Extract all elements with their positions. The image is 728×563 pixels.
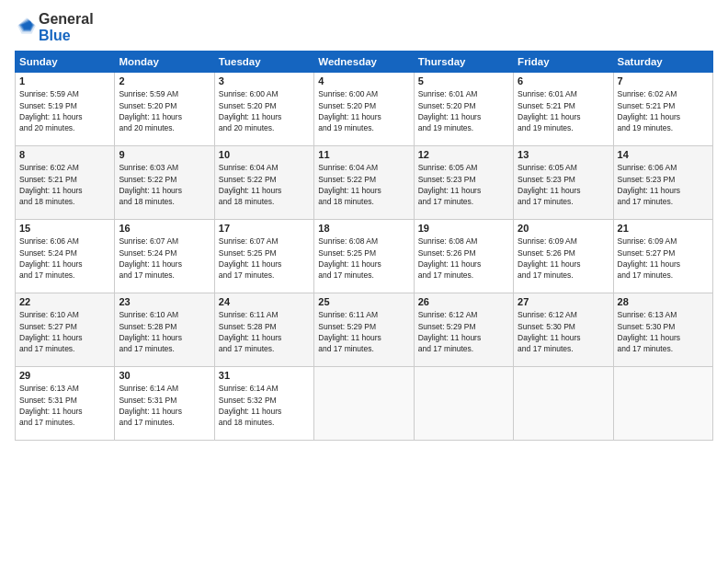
col-thursday: Thursday	[414, 52, 513, 73]
day-cell: 22Sunrise: 6:10 AM Sunset: 5:27 PM Dayli…	[16, 293, 115, 367]
day-info: Sunrise: 6:01 AM Sunset: 5:20 PM Dayligh…	[418, 88, 509, 133]
day-number: 22	[19, 296, 110, 307]
day-info: Sunrise: 6:04 AM Sunset: 5:22 PM Dayligh…	[219, 162, 310, 207]
header-row: Sunday Monday Tuesday Wednesday Thursday…	[16, 52, 713, 73]
day-number: 30	[119, 370, 210, 381]
day-cell: 7Sunrise: 6:02 AM Sunset: 5:21 PM Daylig…	[613, 73, 712, 146]
week-row-4: 22Sunrise: 6:10 AM Sunset: 5:27 PM Dayli…	[16, 293, 713, 367]
day-cell: 17Sunrise: 6:07 AM Sunset: 5:25 PM Dayli…	[214, 220, 313, 293]
day-cell: 13Sunrise: 6:05 AM Sunset: 5:23 PM Dayli…	[514, 146, 613, 220]
day-number: 19	[418, 223, 509, 234]
day-info: Sunrise: 6:02 AM Sunset: 5:21 PM Dayligh…	[618, 88, 709, 133]
day-cell: 14Sunrise: 6:06 AM Sunset: 5:23 PM Dayli…	[613, 146, 712, 220]
day-info: Sunrise: 6:00 AM Sunset: 5:20 PM Dayligh…	[318, 88, 409, 133]
calendar-table: Sunday Monday Tuesday Wednesday Thursday…	[15, 51, 713, 441]
day-info: Sunrise: 6:00 AM Sunset: 5:20 PM Dayligh…	[219, 88, 310, 133]
week-row-3: 15Sunrise: 6:06 AM Sunset: 5:24 PM Dayli…	[16, 220, 713, 293]
day-info: Sunrise: 6:07 AM Sunset: 5:24 PM Dayligh…	[119, 236, 210, 281]
logo-blue-text: Blue	[39, 28, 94, 44]
day-number: 7	[618, 75, 709, 86]
day-number: 11	[318, 149, 409, 160]
col-saturday: Saturday	[613, 52, 712, 73]
day-number: 27	[518, 296, 609, 307]
logo: General Blue	[15, 11, 94, 43]
day-cell: 3Sunrise: 6:00 AM Sunset: 5:20 PM Daylig…	[214, 73, 313, 146]
day-number: 31	[219, 370, 310, 381]
day-cell: 9Sunrise: 6:03 AM Sunset: 5:22 PM Daylig…	[115, 146, 214, 220]
day-cell: 11Sunrise: 6:04 AM Sunset: 5:22 PM Dayli…	[314, 146, 414, 220]
day-info: Sunrise: 6:01 AM Sunset: 5:21 PM Dayligh…	[518, 88, 609, 133]
day-cell	[514, 367, 613, 441]
day-cell: 6Sunrise: 6:01 AM Sunset: 5:21 PM Daylig…	[514, 73, 613, 146]
day-number: 13	[518, 149, 609, 160]
day-info: Sunrise: 6:12 AM Sunset: 5:30 PM Dayligh…	[518, 309, 609, 354]
day-cell	[414, 367, 513, 441]
day-cell: 24Sunrise: 6:11 AM Sunset: 5:28 PM Dayli…	[214, 293, 313, 367]
logo-icon	[17, 16, 37, 36]
week-row-2: 8Sunrise: 6:02 AM Sunset: 5:21 PM Daylig…	[16, 146, 713, 220]
day-info: Sunrise: 6:10 AM Sunset: 5:28 PM Dayligh…	[119, 309, 210, 354]
day-number: 12	[418, 149, 509, 160]
day-number: 5	[418, 75, 509, 86]
day-info: Sunrise: 6:12 AM Sunset: 5:29 PM Dayligh…	[418, 309, 509, 354]
day-number: 20	[518, 223, 609, 234]
day-info: Sunrise: 6:02 AM Sunset: 5:21 PM Dayligh…	[19, 162, 110, 207]
day-number: 16	[119, 223, 210, 234]
day-info: Sunrise: 5:59 AM Sunset: 5:20 PM Dayligh…	[119, 88, 210, 133]
day-cell	[613, 367, 712, 441]
day-info: Sunrise: 6:05 AM Sunset: 5:23 PM Dayligh…	[518, 162, 609, 207]
day-number: 15	[19, 223, 110, 234]
day-info: Sunrise: 6:07 AM Sunset: 5:25 PM Dayligh…	[219, 236, 310, 281]
day-info: Sunrise: 6:04 AM Sunset: 5:22 PM Dayligh…	[318, 162, 409, 207]
day-number: 28	[618, 296, 709, 307]
day-number: 29	[19, 370, 110, 381]
day-cell: 20Sunrise: 6:09 AM Sunset: 5:26 PM Dayli…	[514, 220, 613, 293]
day-number: 6	[518, 75, 609, 86]
day-cell: 26Sunrise: 6:12 AM Sunset: 5:29 PM Dayli…	[414, 293, 513, 367]
day-number: 23	[119, 296, 210, 307]
day-cell: 23Sunrise: 6:10 AM Sunset: 5:28 PM Dayli…	[115, 293, 214, 367]
day-info: Sunrise: 6:14 AM Sunset: 5:32 PM Dayligh…	[219, 383, 310, 428]
day-cell: 4Sunrise: 6:00 AM Sunset: 5:20 PM Daylig…	[314, 73, 414, 146]
day-number: 21	[618, 223, 709, 234]
day-cell: 15Sunrise: 6:06 AM Sunset: 5:24 PM Dayli…	[16, 220, 115, 293]
day-number: 4	[318, 75, 409, 86]
day-cell: 29Sunrise: 6:13 AM Sunset: 5:31 PM Dayli…	[16, 367, 115, 441]
day-cell: 21Sunrise: 6:09 AM Sunset: 5:27 PM Dayli…	[613, 220, 712, 293]
day-info: Sunrise: 6:08 AM Sunset: 5:26 PM Dayligh…	[418, 236, 509, 281]
day-cell: 5Sunrise: 6:01 AM Sunset: 5:20 PM Daylig…	[414, 73, 513, 146]
day-info: Sunrise: 6:09 AM Sunset: 5:26 PM Dayligh…	[518, 236, 609, 281]
day-cell	[314, 367, 414, 441]
day-cell: 30Sunrise: 6:14 AM Sunset: 5:31 PM Dayli…	[115, 367, 214, 441]
day-number: 8	[19, 149, 110, 160]
day-info: Sunrise: 6:06 AM Sunset: 5:24 PM Dayligh…	[19, 236, 110, 281]
day-cell: 2Sunrise: 5:59 AM Sunset: 5:20 PM Daylig…	[115, 73, 214, 146]
day-number: 18	[318, 223, 409, 234]
col-wednesday: Wednesday	[314, 52, 414, 73]
day-info: Sunrise: 6:13 AM Sunset: 5:31 PM Dayligh…	[19, 383, 110, 428]
day-cell: 12Sunrise: 6:05 AM Sunset: 5:23 PM Dayli…	[414, 146, 513, 220]
day-info: Sunrise: 6:14 AM Sunset: 5:31 PM Dayligh…	[119, 383, 210, 428]
day-number: 17	[219, 223, 310, 234]
day-cell: 25Sunrise: 6:11 AM Sunset: 5:29 PM Dayli…	[314, 293, 414, 367]
day-number: 9	[119, 149, 210, 160]
day-info: Sunrise: 6:08 AM Sunset: 5:25 PM Dayligh…	[318, 236, 409, 281]
col-friday: Friday	[514, 52, 613, 73]
day-number: 3	[219, 75, 310, 86]
day-number: 2	[119, 75, 210, 86]
day-info: Sunrise: 6:11 AM Sunset: 5:28 PM Dayligh…	[219, 309, 310, 354]
col-sunday: Sunday	[16, 52, 115, 73]
day-info: Sunrise: 5:59 AM Sunset: 5:19 PM Dayligh…	[19, 88, 110, 133]
day-number: 25	[318, 296, 409, 307]
day-info: Sunrise: 6:05 AM Sunset: 5:23 PM Dayligh…	[418, 162, 509, 207]
day-number: 14	[618, 149, 709, 160]
day-cell: 19Sunrise: 6:08 AM Sunset: 5:26 PM Dayli…	[414, 220, 513, 293]
day-info: Sunrise: 6:11 AM Sunset: 5:29 PM Dayligh…	[318, 309, 409, 354]
day-info: Sunrise: 6:09 AM Sunset: 5:27 PM Dayligh…	[618, 236, 709, 281]
week-row-1: 1Sunrise: 5:59 AM Sunset: 5:19 PM Daylig…	[16, 73, 713, 146]
day-number: 10	[219, 149, 310, 160]
week-row-5: 29Sunrise: 6:13 AM Sunset: 5:31 PM Dayli…	[16, 367, 713, 441]
day-cell: 31Sunrise: 6:14 AM Sunset: 5:32 PM Dayli…	[214, 367, 313, 441]
day-cell: 28Sunrise: 6:13 AM Sunset: 5:30 PM Dayli…	[613, 293, 712, 367]
day-cell: 18Sunrise: 6:08 AM Sunset: 5:25 PM Dayli…	[314, 220, 414, 293]
